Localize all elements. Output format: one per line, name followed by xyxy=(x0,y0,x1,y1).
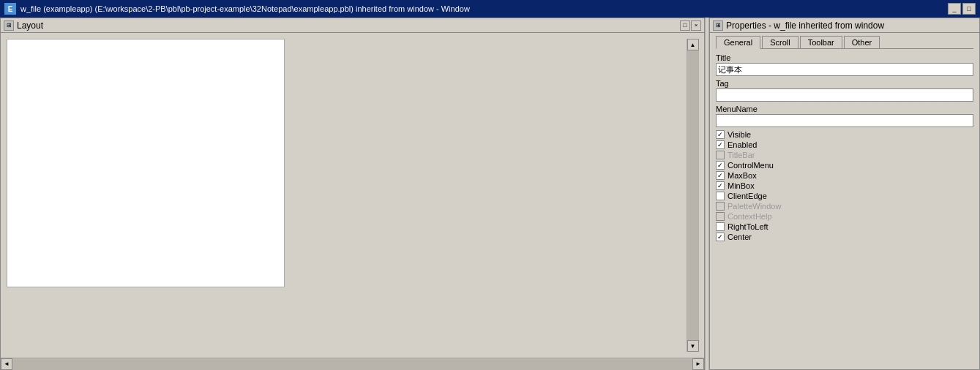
scroll-down-button[interactable]: ▼ xyxy=(687,340,699,352)
tag-property-row: Tag xyxy=(716,79,973,102)
title-bar-left: E w_file (exampleapp) (E:\workspace\2-PB… xyxy=(4,3,470,15)
checkbox-row-contexthelp: ContextHelp xyxy=(716,212,973,221)
properties-title-bar: ⊞ Properties - w_file inherited from win… xyxy=(710,18,979,33)
layout-title-left: ⊞ Layout xyxy=(4,20,43,31)
properties-tabs: General Scroll Toolbar Other xyxy=(716,36,973,49)
checkbox-row-visible[interactable]: Visible xyxy=(716,130,973,139)
checkbox-titlebar xyxy=(716,151,725,159)
layout-panel-controls: □ × xyxy=(680,20,701,31)
checkboxes-container: VisibleEnabledTitleBarControlMenuMaxBoxM… xyxy=(716,130,973,241)
checkbox-row-titlebar: TitleBar xyxy=(716,151,973,159)
checkbox-label-palettewindow: PaletteWindow xyxy=(727,202,781,211)
layout-panel-icon: ⊞ xyxy=(4,20,14,31)
checkbox-clientedge[interactable] xyxy=(716,192,725,200)
checkbox-row-enabled[interactable]: Enabled xyxy=(716,140,973,149)
maximize-button[interactable]: □ xyxy=(962,3,976,15)
title-property-row: Title xyxy=(716,53,973,76)
checkbox-label-contexthelp: ContextHelp xyxy=(727,212,772,221)
checkbox-center[interactable] xyxy=(716,233,725,241)
checkbox-row-minbox[interactable]: MinBox xyxy=(716,181,973,190)
checkbox-label-clientedge: ClientEdge xyxy=(727,192,767,200)
layout-close-button[interactable]: × xyxy=(691,20,701,31)
tab-other[interactable]: Other xyxy=(844,36,880,48)
checkbox-row-righttoleft[interactable]: RightToLeft xyxy=(716,222,973,231)
main-content: ⊞ Layout □ × ▲ ▼ ◄ ► xyxy=(0,18,980,370)
menuname-label: MenuName xyxy=(716,105,973,113)
layout-area: ▲ ▼ xyxy=(1,33,704,358)
checkbox-palettewindow xyxy=(716,202,725,211)
layout-horizontal-scrollbar: ◄ ► xyxy=(1,358,704,369)
tab-scroll[interactable]: Scroll xyxy=(762,36,798,48)
checkbox-label-minbox: MinBox xyxy=(727,181,755,190)
checkbox-minbox[interactable] xyxy=(716,181,725,190)
checkbox-visible[interactable] xyxy=(716,130,725,139)
minimize-button[interactable]: _ xyxy=(948,3,961,15)
checkbox-row-palettewindow: PaletteWindow xyxy=(716,202,973,211)
window-title: w_file (exampleapp) (E:\workspace\2-PB\p… xyxy=(20,4,470,13)
layout-panel: ⊞ Layout □ × ▲ ▼ ◄ ► xyxy=(0,18,705,370)
layout-panel-title: Layout xyxy=(17,20,43,31)
layout-vertical-scrollbar: ▲ ▼ xyxy=(687,39,698,352)
checkbox-label-maxbox: MaxBox xyxy=(727,171,757,180)
properties-panel-title: Properties - w_file inherited from windo… xyxy=(726,20,884,31)
menuname-property-row: MenuName xyxy=(716,105,973,127)
checkbox-label-enabled: Enabled xyxy=(727,140,757,149)
checkbox-row-clientedge[interactable]: ClientEdge xyxy=(716,192,973,200)
menuname-input[interactable] xyxy=(716,114,973,127)
title-input[interactable] xyxy=(716,63,973,76)
scroll-right-button[interactable]: ► xyxy=(692,358,704,370)
scroll-horizontal-track[interactable] xyxy=(12,358,692,370)
layout-title-bar: ⊞ Layout □ × xyxy=(1,18,704,33)
checkbox-enabled[interactable] xyxy=(716,140,725,149)
properties-content: General Scroll Toolbar Other Title Tag M… xyxy=(710,33,979,369)
checkbox-label-controlmenu: ControlMenu xyxy=(727,161,774,170)
checkbox-row-controlmenu[interactable]: ControlMenu xyxy=(716,161,973,170)
tag-input[interactable] xyxy=(716,88,973,102)
app-icon: E xyxy=(4,3,16,15)
title-label: Title xyxy=(716,53,973,62)
scroll-left-button[interactable]: ◄ xyxy=(1,358,12,370)
title-bar: E w_file (exampleapp) (E:\workspace\2-PB… xyxy=(0,0,980,18)
layout-canvas[interactable] xyxy=(7,39,687,352)
tab-toolbar[interactable]: Toolbar xyxy=(800,36,842,48)
checkbox-label-center: Center xyxy=(727,233,752,241)
properties-panel-icon: ⊞ xyxy=(713,20,723,31)
checkbox-contexthelp xyxy=(716,212,725,221)
title-bar-controls: _ □ xyxy=(948,3,976,15)
layout-restore-button[interactable]: □ xyxy=(680,20,690,31)
scroll-vertical-track[interactable] xyxy=(687,50,699,340)
checkbox-row-center[interactable]: Center xyxy=(716,233,973,241)
checkbox-label-righttoleft: RightToLeft xyxy=(727,222,768,231)
checkbox-label-titlebar: TitleBar xyxy=(727,151,755,159)
tab-general[interactable]: General xyxy=(716,36,760,49)
checkbox-maxbox[interactable] xyxy=(716,171,725,180)
checkbox-label-visible: Visible xyxy=(727,130,751,139)
layout-inner-canvas[interactable] xyxy=(7,39,285,287)
checkbox-row-maxbox[interactable]: MaxBox xyxy=(716,171,973,180)
checkbox-righttoleft[interactable] xyxy=(716,222,725,231)
properties-panel: ⊞ Properties - w_file inherited from win… xyxy=(709,18,980,370)
scroll-up-button[interactable]: ▲ xyxy=(687,39,699,50)
tag-label: Tag xyxy=(716,79,973,88)
checkbox-controlmenu[interactable] xyxy=(716,161,725,170)
